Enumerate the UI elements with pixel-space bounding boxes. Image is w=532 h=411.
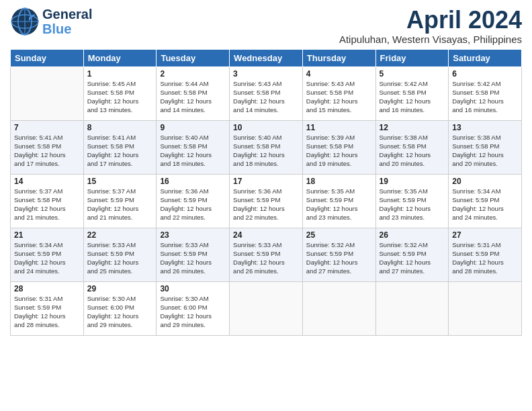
day-info: Sunrise: 5:44 AMSunset: 5:58 PMDaylight:…	[160, 79, 226, 115]
day-number: 25	[306, 230, 372, 240]
calendar-cell: 1Sunrise: 5:45 AMSunset: 5:58 PMDaylight…	[83, 66, 157, 120]
logo-icon	[10, 7, 40, 36]
day-info: Sunrise: 5:33 AMSunset: 5:59 PMDaylight:…	[87, 240, 153, 276]
daylight-text-cont: and 20 minutes.	[452, 159, 518, 168]
daylight-text-cont: and 26 minutes.	[160, 267, 226, 275]
day-number: 4	[306, 69, 372, 79]
daylight-text: Daylight: 12 hours	[452, 150, 518, 159]
sunset-text: Sunset: 5:59 PM	[306, 195, 372, 204]
daylight-text: Daylight: 12 hours	[160, 258, 226, 267]
day-number: 10	[233, 123, 299, 132]
calendar-cell: 13Sunrise: 5:38 AMSunset: 5:58 PMDayligh…	[449, 120, 522, 174]
sunset-text: Sunset: 5:59 PM	[160, 249, 226, 258]
daylight-text-cont: and 21 minutes.	[87, 213, 153, 222]
day-number: 12	[380, 123, 445, 132]
sunrise-text: Sunrise: 5:33 AM	[160, 240, 226, 249]
daylight-text-cont: and 28 minutes.	[452, 267, 518, 275]
day-number: 26	[380, 230, 445, 240]
sunset-text: Sunset: 5:58 PM	[14, 142, 80, 150]
sunset-text: Sunset: 5:58 PM	[380, 142, 445, 150]
day-number: 17	[233, 177, 299, 186]
day-number: 5	[380, 69, 445, 79]
day-info: Sunrise: 5:43 AMSunset: 5:58 PMDaylight:…	[306, 79, 372, 115]
day-number: 20	[452, 177, 518, 186]
sunset-text: Sunset: 6:00 PM	[160, 303, 226, 312]
weekday-header: Wednesday	[230, 49, 303, 66]
calendar-cell: 6Sunrise: 5:42 AMSunset: 5:58 PMDaylight…	[449, 66, 522, 120]
sunset-text: Sunset: 5:58 PM	[452, 88, 518, 97]
weekday-header: Monday	[83, 49, 157, 66]
calendar-cell	[449, 281, 522, 335]
day-info: Sunrise: 5:31 AMSunset: 5:59 PMDaylight:…	[14, 294, 80, 330]
calendar-cell	[11, 66, 84, 120]
day-number: 13	[452, 123, 518, 132]
day-info: Sunrise: 5:31 AMSunset: 5:59 PMDaylight:…	[452, 240, 518, 276]
daylight-text-cont: and 20 minutes.	[380, 159, 445, 168]
daylight-text: Daylight: 12 hours	[160, 97, 226, 105]
calendar-cell: 2Sunrise: 5:44 AMSunset: 5:58 PMDaylight…	[157, 66, 230, 120]
day-info: Sunrise: 5:40 AMSunset: 5:58 PMDaylight:…	[233, 133, 299, 169]
sunrise-text: Sunrise: 5:35 AM	[306, 187, 372, 195]
daylight-text: Daylight: 12 hours	[87, 204, 153, 213]
logo-blue: Blue	[42, 21, 92, 36]
calendar-cell: 29Sunrise: 5:30 AMSunset: 6:00 PMDayligh…	[83, 281, 157, 335]
sunset-text: Sunset: 5:58 PM	[452, 142, 518, 150]
sunrise-text: Sunrise: 5:32 AM	[380, 240, 445, 249]
day-info: Sunrise: 5:34 AMSunset: 5:59 PMDaylight:…	[14, 240, 80, 276]
sunset-text: Sunset: 5:58 PM	[233, 88, 299, 97]
sunset-text: Sunset: 5:59 PM	[14, 303, 80, 312]
sunset-text: Sunset: 5:58 PM	[14, 195, 80, 204]
sunrise-text: Sunrise: 5:45 AM	[87, 79, 153, 88]
day-number: 1	[87, 69, 153, 79]
daylight-text: Daylight: 12 hours	[233, 150, 299, 159]
sunrise-text: Sunrise: 5:42 AM	[380, 79, 445, 88]
calendar-cell: 21Sunrise: 5:34 AMSunset: 5:59 PMDayligh…	[11, 228, 84, 281]
day-info: Sunrise: 5:42 AMSunset: 5:58 PMDaylight:…	[452, 79, 518, 115]
sunrise-text: Sunrise: 5:41 AM	[14, 133, 80, 142]
sunset-text: Sunset: 5:58 PM	[160, 142, 226, 150]
sunrise-text: Sunrise: 5:43 AM	[306, 79, 372, 88]
calendar-cell: 16Sunrise: 5:36 AMSunset: 5:59 PMDayligh…	[157, 174, 230, 228]
day-number: 16	[160, 177, 226, 186]
daylight-text: Daylight: 12 hours	[87, 97, 153, 105]
day-number: 28	[14, 284, 80, 293]
calendar-cell: 10Sunrise: 5:40 AMSunset: 5:58 PMDayligh…	[230, 120, 303, 174]
daylight-text-cont: and 29 minutes.	[160, 320, 226, 329]
calendar-table: SundayMondayTuesdayWednesdayThursdayFrid…	[10, 49, 522, 336]
sunset-text: Sunset: 5:59 PM	[306, 249, 372, 258]
day-info: Sunrise: 5:40 AMSunset: 5:58 PMDaylight:…	[160, 133, 226, 169]
daylight-text: Daylight: 12 hours	[14, 258, 80, 267]
daylight-text: Daylight: 12 hours	[380, 97, 445, 105]
header: General Blue April 2024 Atipuluhan, West…	[10, 7, 522, 45]
day-number: 8	[87, 123, 153, 132]
daylight-text-cont: and 24 minutes.	[452, 213, 518, 222]
daylight-text-cont: and 16 minutes.	[380, 105, 445, 114]
daylight-text-cont: and 29 minutes.	[87, 320, 153, 329]
daylight-text-cont: and 17 minutes.	[14, 159, 80, 168]
day-info: Sunrise: 5:39 AMSunset: 5:58 PMDaylight:…	[306, 133, 372, 169]
calendar-cell: 14Sunrise: 5:37 AMSunset: 5:58 PMDayligh…	[11, 174, 84, 228]
sunrise-text: Sunrise: 5:33 AM	[233, 240, 299, 249]
day-info: Sunrise: 5:32 AMSunset: 5:59 PMDaylight:…	[306, 240, 372, 276]
sunrise-text: Sunrise: 5:36 AM	[160, 187, 226, 195]
day-info: Sunrise: 5:45 AMSunset: 5:58 PMDaylight:…	[87, 79, 153, 115]
calendar-cell: 8Sunrise: 5:41 AMSunset: 5:58 PMDaylight…	[83, 120, 157, 174]
day-info: Sunrise: 5:30 AMSunset: 6:00 PMDaylight:…	[87, 294, 153, 330]
daylight-text-cont: and 27 minutes.	[380, 267, 445, 275]
day-number: 2	[160, 69, 226, 79]
day-number: 27	[452, 230, 518, 240]
calendar-week-row: 21Sunrise: 5:34 AMSunset: 5:59 PMDayligh…	[11, 228, 522, 281]
calendar-cell: 7Sunrise: 5:41 AMSunset: 5:58 PMDaylight…	[11, 120, 84, 174]
sunrise-text: Sunrise: 5:43 AM	[233, 79, 299, 88]
daylight-text: Daylight: 12 hours	[14, 204, 80, 213]
daylight-text: Daylight: 12 hours	[452, 258, 518, 267]
daylight-text: Daylight: 12 hours	[233, 204, 299, 213]
day-info: Sunrise: 5:36 AMSunset: 5:59 PMDaylight:…	[160, 187, 226, 222]
daylight-text: Daylight: 12 hours	[233, 97, 299, 105]
day-info: Sunrise: 5:36 AMSunset: 5:59 PMDaylight:…	[233, 187, 299, 222]
daylight-text-cont: and 16 minutes.	[452, 105, 518, 114]
sunset-text: Sunset: 5:58 PM	[380, 88, 445, 97]
daylight-text-cont: and 23 minutes.	[306, 213, 372, 222]
calendar-cell: 11Sunrise: 5:39 AMSunset: 5:58 PMDayligh…	[302, 120, 375, 174]
calendar-week-row: 1Sunrise: 5:45 AMSunset: 5:58 PMDaylight…	[11, 66, 522, 120]
